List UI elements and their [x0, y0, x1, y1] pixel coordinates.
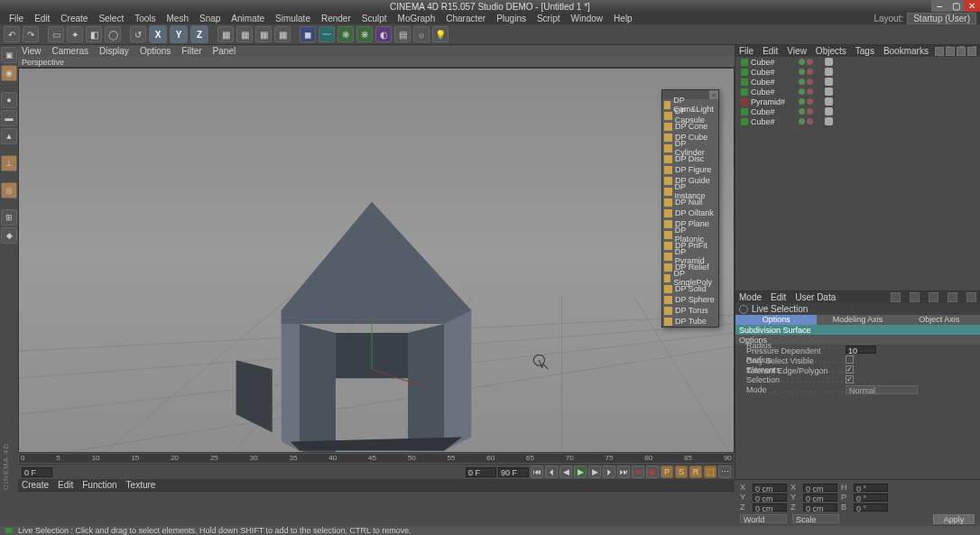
- redo-button[interactable]: ↷: [23, 26, 39, 42]
- popup-item[interactable]: DP Platonic: [662, 229, 718, 240]
- om-view[interactable]: View: [787, 46, 807, 56]
- key-rot-button[interactable]: R: [689, 466, 702, 478]
- menu-edit[interactable]: Edit: [29, 14, 55, 23]
- current-frame-field[interactable]: 0 F: [466, 467, 496, 477]
- menu-tools[interactable]: Tools: [129, 14, 161, 23]
- menu-snap[interactable]: Snap: [194, 14, 226, 23]
- key-scale-button[interactable]: S: [675, 466, 688, 478]
- x-axis-toggle[interactable]: X: [149, 25, 167, 43]
- popup-item[interactable]: DP Cylinder: [662, 143, 718, 153]
- tab-object-axis[interactable]: Object Axis: [899, 315, 980, 325]
- popup-item[interactable]: DP Pyramid: [662, 251, 718, 262]
- render-picture-button[interactable]: ▦: [236, 26, 253, 42]
- attr-userdata[interactable]: User Data: [795, 292, 836, 302]
- axis-mode-button[interactable]: ⊥: [1, 155, 17, 171]
- vp-menu-panel[interactable]: Panel: [213, 46, 236, 56]
- snap-button[interactable]: ⊞: [1, 209, 17, 226]
- tab-modeling-axis[interactable]: Modeling Axis: [817, 315, 898, 325]
- bulb-icon[interactable]: 💡: [432, 26, 448, 42]
- key-pos-button[interactable]: P: [661, 466, 673, 478]
- attr-nav-icon[interactable]: [966, 292, 976, 302]
- om-tags[interactable]: Tags: [855, 46, 874, 56]
- vp-nav-icon[interactable]: [967, 47, 976, 56]
- om-objects[interactable]: Objects: [816, 46, 846, 56]
- select-tool[interactable]: ▭: [48, 26, 64, 42]
- attr-nav-icon[interactable]: [929, 292, 938, 302]
- tolerant-checkbox[interactable]: ✓: [846, 375, 854, 383]
- edge-mode-button[interactable]: ▬: [1, 110, 17, 126]
- spline-button[interactable]: 〰: [319, 26, 335, 42]
- vp-menu-filter[interactable]: Filter: [181, 46, 201, 56]
- coord-mode-dropdown[interactable]: World: [740, 514, 787, 523]
- size-z-field[interactable]: 0 cm: [803, 503, 837, 512]
- menu-character[interactable]: Character: [440, 14, 491, 23]
- rotate-tool[interactable]: ◯: [105, 26, 121, 42]
- prev-key-button[interactable]: ⏴: [545, 466, 558, 478]
- vp-nav-icon[interactable]: [946, 47, 955, 56]
- mat-texture[interactable]: Texture: [126, 480, 156, 490]
- tab-options[interactable]: Options: [735, 315, 817, 325]
- object-row[interactable]: Pyramid#: [735, 97, 980, 106]
- move-tool[interactable]: ✦: [67, 26, 83, 42]
- mat-create[interactable]: Create: [22, 480, 49, 490]
- object-row[interactable]: Cube#: [735, 77, 980, 87]
- attr-edit[interactable]: Edit: [771, 292, 786, 302]
- timeline[interactable]: 0510 152025 303540 455055 606570 758085 …: [18, 452, 735, 465]
- close-button[interactable]: ✕: [964, 0, 980, 12]
- rot-p-field[interactable]: 0 °: [854, 493, 888, 502]
- size-x-field[interactable]: 0 cm: [803, 484, 837, 492]
- model-mode-button[interactable]: ▣: [1, 47, 17, 63]
- vp-nav-icon[interactable]: [957, 47, 966, 56]
- vp-menu-options[interactable]: Options: [140, 46, 171, 56]
- pos-z-field[interactable]: 0 cm: [753, 503, 787, 512]
- menu-render[interactable]: Render: [316, 14, 356, 23]
- visible-checkbox[interactable]: ✓: [846, 365, 854, 374]
- prev-frame-button[interactable]: ◀: [559, 466, 572, 478]
- attr-subtab[interactable]: Subdivision Surface: [735, 325, 980, 335]
- cube-primitive-button[interactable]: ◼: [300, 26, 316, 42]
- attr-nav-icon[interactable]: [948, 292, 957, 302]
- vp-menu-cameras[interactable]: Cameras: [52, 46, 89, 56]
- camera-button[interactable]: ▤: [394, 26, 411, 42]
- recent-tool[interactable]: ↺: [130, 26, 146, 42]
- point-mode-button[interactable]: ●: [1, 92, 17, 108]
- popup-item[interactable]: DP Torus: [662, 305, 718, 316]
- phong-tag-icon[interactable]: [825, 68, 833, 76]
- workplane-button[interactable]: ◆: [1, 227, 17, 244]
- key-options-button[interactable]: ⋯: [718, 466, 731, 478]
- apply-button[interactable]: Apply: [933, 514, 975, 524]
- menu-mograph[interactable]: MoGraph: [393, 14, 441, 23]
- object-tree[interactable]: Cube# Cube# Cube# Cube# Pyramid# Cube# C…: [735, 57, 980, 291]
- play-button[interactable]: ▶: [574, 466, 587, 478]
- generator-button[interactable]: ❋: [337, 26, 354, 42]
- render-settings-button[interactable]: ▦: [255, 26, 272, 42]
- menu-simulate[interactable]: Simulate: [270, 14, 316, 23]
- phong-tag-icon[interactable]: [825, 117, 833, 125]
- light-button[interactable]: ☼: [413, 26, 430, 42]
- phong-tag-icon[interactable]: [825, 78, 833, 86]
- mat-edit[interactable]: Edit: [58, 480, 73, 490]
- menu-help[interactable]: Help: [608, 14, 638, 23]
- pos-y-field[interactable]: 0 cm: [753, 493, 787, 502]
- popup-item[interactable]: DP Figure: [662, 164, 718, 175]
- goto-start-button[interactable]: ⏮: [531, 466, 543, 478]
- menu-file[interactable]: File: [4, 14, 29, 23]
- maximize-button[interactable]: ▢: [948, 0, 964, 12]
- om-edit[interactable]: Edit: [763, 46, 778, 56]
- object-row[interactable]: Cube#: [735, 57, 980, 67]
- record-button[interactable]: ●: [632, 466, 644, 478]
- viewport-tool-button[interactable]: ◎: [1, 182, 17, 198]
- coord-scale-dropdown[interactable]: Scale: [792, 514, 839, 523]
- popup-item[interactable]: DP Tube: [662, 316, 718, 327]
- next-key-button[interactable]: ⏵: [603, 466, 615, 478]
- pressure-checkbox[interactable]: [846, 355, 854, 364]
- key-param-button[interactable]: ⬚: [704, 466, 717, 478]
- om-bookmarks[interactable]: Bookmarks: [883, 46, 929, 56]
- vp-menu-view[interactable]: View: [22, 46, 42, 56]
- object-row[interactable]: Cube#: [735, 116, 980, 126]
- radius-input[interactable]: 10: [846, 346, 876, 354]
- attr-nav-icon[interactable]: [910, 292, 920, 302]
- menu-animate[interactable]: Animate: [226, 14, 270, 23]
- popup-item[interactable]: DP Capsule: [662, 110, 718, 121]
- phong-tag-icon[interactable]: [825, 107, 833, 115]
